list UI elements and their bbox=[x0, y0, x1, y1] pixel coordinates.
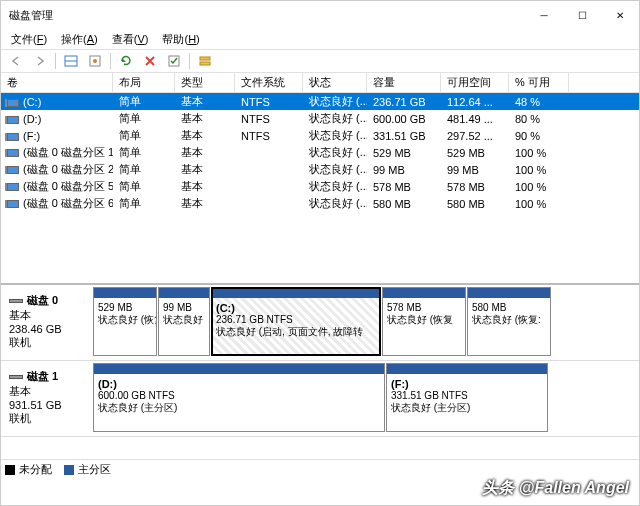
svg-point-3 bbox=[93, 59, 97, 63]
save-button[interactable] bbox=[163, 51, 185, 71]
maximize-button[interactable]: ☐ bbox=[563, 1, 601, 29]
menu-file[interactable]: 文件(F) bbox=[5, 30, 53, 49]
disk-label: 磁盘 1基本931.51 GB联机 bbox=[3, 361, 93, 434]
disk-row: 磁盘 0基本238.46 GB联机529 MB状态良好 (恢复99 MB状态良好… bbox=[1, 285, 639, 361]
col-volume[interactable]: 卷 bbox=[1, 73, 113, 92]
properties-button[interactable] bbox=[84, 51, 106, 71]
svg-rect-6 bbox=[200, 62, 210, 65]
volume-icon bbox=[7, 116, 19, 124]
menu-action[interactable]: 操作(A) bbox=[55, 30, 104, 49]
table-row[interactable]: (磁盘 0 磁盘分区 1)简单基本状态良好 (...529 MB529 MB10… bbox=[1, 144, 639, 161]
table-row[interactable]: (C:)简单基本NTFS状态良好 (...236.71 GB112.64 ...… bbox=[1, 93, 639, 110]
col-percent[interactable]: % 可用 bbox=[509, 73, 569, 92]
volume-icon bbox=[7, 166, 19, 174]
toolbar bbox=[1, 49, 639, 73]
legend: 未分配 主分区 bbox=[1, 459, 639, 479]
disk-graphical-view: 磁盘 0基本238.46 GB联机529 MB状态良好 (恢复99 MB状态良好… bbox=[1, 283, 639, 459]
layout-button[interactable] bbox=[194, 51, 216, 71]
partition[interactable]: 99 MB状态良好 bbox=[158, 287, 210, 356]
col-capacity[interactable]: 容量 bbox=[367, 73, 441, 92]
legend-unallocated: 未分配 bbox=[5, 462, 52, 477]
volume-icon bbox=[7, 99, 19, 107]
col-layout[interactable]: 布局 bbox=[113, 73, 175, 92]
disk-row: 磁盘 1基本931.51 GB联机(D:)600.00 GB NTFS状态良好 … bbox=[1, 361, 639, 437]
list-header: 卷 布局 类型 文件系统 状态 容量 可用空间 % 可用 bbox=[1, 73, 639, 93]
table-row[interactable]: (磁盘 0 磁盘分区 6)简单基本状态良好 (...580 MB580 MB10… bbox=[1, 195, 639, 212]
window-title: 磁盘管理 bbox=[9, 8, 525, 23]
volume-list[interactable]: 卷 布局 类型 文件系统 状态 容量 可用空间 % 可用 (C:)简单基本NTF… bbox=[1, 73, 639, 283]
col-type[interactable]: 类型 bbox=[175, 73, 235, 92]
volume-icon bbox=[7, 183, 19, 191]
table-row[interactable]: (D:)简单基本NTFS状态良好 (...600.00 GB481.49 ...… bbox=[1, 110, 639, 127]
partition[interactable]: 580 MB状态良好 (恢复: bbox=[467, 287, 551, 356]
volume-icon bbox=[7, 133, 19, 141]
close-button[interactable]: ✕ bbox=[601, 1, 639, 29]
forward-button[interactable] bbox=[29, 51, 51, 71]
partition[interactable]: (F:)331.51 GB NTFS状态良好 (主分区) bbox=[386, 363, 548, 432]
disk-icon bbox=[9, 375, 23, 379]
table-row[interactable]: (磁盘 0 磁盘分区 5)简单基本状态良好 (...578 MB578 MB10… bbox=[1, 178, 639, 195]
view-split-button[interactable] bbox=[60, 51, 82, 71]
menubar: 文件(F) 操作(A) 查看(V) 帮助(H) bbox=[1, 29, 639, 49]
svg-rect-5 bbox=[200, 57, 210, 60]
col-fs[interactable]: 文件系统 bbox=[235, 73, 303, 92]
partition[interactable]: (C:)236.71 GB NTFS状态良好 (启动, 页面文件, 故障转 bbox=[211, 287, 381, 356]
col-free[interactable]: 可用空间 bbox=[441, 73, 509, 92]
watermark: 头条 @Fallen Angel bbox=[482, 478, 629, 499]
col-status[interactable]: 状态 bbox=[303, 73, 367, 92]
titlebar: 磁盘管理 ─ ☐ ✕ bbox=[1, 1, 639, 29]
disk-label: 磁盘 0基本238.46 GB联机 bbox=[3, 285, 93, 358]
disk-icon bbox=[9, 299, 23, 303]
menu-help[interactable]: 帮助(H) bbox=[156, 30, 205, 49]
volume-icon bbox=[7, 149, 19, 157]
table-row[interactable]: (磁盘 0 磁盘分区 2)简单基本状态良好 (...99 MB99 MB100 … bbox=[1, 161, 639, 178]
delete-button[interactable] bbox=[139, 51, 161, 71]
refresh-button[interactable] bbox=[115, 51, 137, 71]
partition[interactable]: 578 MB状态良好 (恢复 bbox=[382, 287, 466, 356]
minimize-button[interactable]: ─ bbox=[525, 1, 563, 29]
back-button[interactable] bbox=[5, 51, 27, 71]
partition[interactable]: 529 MB状态良好 (恢复 bbox=[93, 287, 157, 356]
legend-primary: 主分区 bbox=[64, 462, 111, 477]
volume-icon bbox=[7, 200, 19, 208]
table-row[interactable]: (F:)简单基本NTFS状态良好 (...331.51 GB297.52 ...… bbox=[1, 127, 639, 144]
menu-view[interactable]: 查看(V) bbox=[106, 30, 155, 49]
partition[interactable]: (D:)600.00 GB NTFS状态良好 (主分区) bbox=[93, 363, 385, 432]
